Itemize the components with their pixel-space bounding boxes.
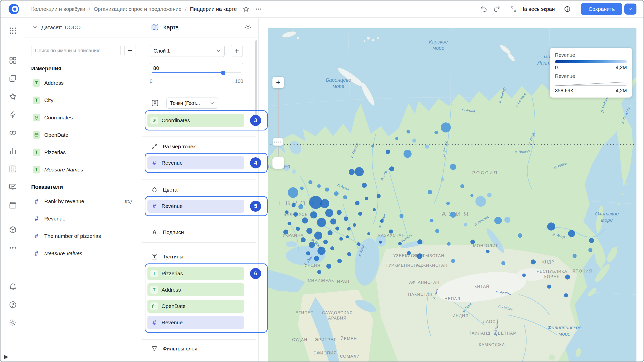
rail-services-icon[interactable] (7, 224, 18, 235)
map-bubble[interactable] (288, 187, 298, 198)
map-bubble[interactable] (487, 193, 492, 197)
map-bubble[interactable] (288, 222, 291, 225)
more-actions-icon[interactable] (255, 5, 262, 13)
map-bubble[interactable] (425, 145, 429, 149)
map-bubble[interactable] (380, 219, 384, 223)
map-bubble[interactable] (470, 194, 473, 197)
rail-charts-icon[interactable] (7, 145, 18, 156)
layer-select[interactable]: Слой 1 (150, 45, 225, 57)
map-bubble[interactable] (317, 184, 321, 188)
map-bubble[interactable] (300, 187, 304, 190)
map-bubble[interactable] (389, 230, 393, 234)
map-bubble[interactable] (293, 212, 298, 217)
map-bubble[interactable] (386, 150, 390, 154)
rail-notifications-icon[interactable] (7, 281, 18, 292)
rail-collections-icon[interactable] (7, 55, 18, 66)
add-field-button[interactable] (124, 45, 136, 56)
map-bubble[interactable] (430, 219, 433, 222)
rail-apps-menu-icon[interactable] (7, 25, 18, 36)
zoom-slider[interactable] (278, 89, 279, 156)
dataset-field-city[interactable]: TCity (31, 92, 136, 108)
map-bubble[interactable] (407, 130, 410, 133)
save-dropdown-button[interactable] (624, 4, 636, 15)
map-bubble[interactable] (565, 275, 570, 280)
map-bubble[interactable] (435, 229, 439, 233)
map-bubble[interactable] (306, 228, 312, 234)
redo-icon[interactable] (493, 5, 501, 13)
map-bubble[interactable] (296, 227, 300, 231)
map-bubble[interactable] (328, 230, 333, 235)
config-scrollbar[interactable] (255, 40, 257, 123)
map-bubble[interactable] (285, 210, 289, 214)
dataset-field-pizzerias[interactable]: TPizzerias (31, 144, 136, 160)
map-bubble[interactable] (373, 208, 376, 211)
map-bubble[interactable] (441, 177, 444, 181)
map-bubble[interactable] (317, 218, 326, 227)
map-bubble[interactable] (353, 223, 356, 227)
map-bubble[interactable] (428, 190, 432, 194)
map-bubble[interactable] (486, 250, 490, 253)
map-bubble[interactable] (451, 259, 455, 263)
breadcrumb-item[interactable]: Организации: спрос и предложение (94, 6, 181, 12)
map-bubble[interactable] (355, 201, 359, 205)
map-bubble[interactable] (308, 180, 312, 184)
map-bubble[interactable] (398, 242, 402, 245)
rail-workbooks-icon[interactable] (7, 73, 18, 84)
zoom-out-button[interactable]: − (272, 157, 284, 169)
map-bubble[interactable] (310, 211, 317, 218)
map-bubble[interactable] (573, 254, 577, 258)
rail-dashboards-icon[interactable] (7, 163, 18, 174)
map-bubble[interactable] (349, 169, 355, 175)
ruler-tool-button[interactable] (273, 138, 283, 146)
dataset-field-opendate[interactable]: OpenDate (31, 127, 136, 143)
map-bubble[interactable] (464, 223, 467, 227)
map-bubble[interactable] (460, 184, 464, 188)
map-bubble[interactable] (475, 196, 486, 207)
map-bubble[interactable] (588, 248, 592, 252)
dataset-header[interactable]: Датасет: DODO (25, 18, 142, 37)
field-search-input[interactable] (31, 45, 121, 56)
map-canvas[interactable]: Карское мореБаренцево мореморе ЛаптевыхО… (268, 28, 636, 362)
geo-type-select[interactable]: Точки (Геот... (166, 98, 218, 109)
add-layer-button[interactable] (231, 45, 243, 57)
dataset-field-revenue[interactable]: #Revenue (31, 211, 136, 227)
slider-handle[interactable] (221, 71, 225, 75)
map-bubble[interactable] (441, 122, 451, 132)
rail-storage-icon[interactable] (7, 200, 18, 211)
layer-filters-section[interactable]: Фильтры слоя (151, 343, 197, 355)
map-bubble[interactable] (518, 233, 522, 238)
map-bubble[interactable] (320, 199, 329, 208)
rail-datasets-icon[interactable] (7, 127, 18, 138)
map-bubble[interactable] (298, 204, 303, 209)
map-bubble[interactable] (314, 256, 319, 261)
map-bubble[interactable] (450, 212, 456, 218)
colors-field-chip[interactable]: # Revenue (147, 200, 244, 213)
map-bubble[interactable] (434, 131, 438, 134)
map-bubble[interactable] (446, 202, 450, 205)
map-bubble[interactable] (355, 167, 364, 176)
tooltip-field-address[interactable]: TAddress (147, 283, 244, 296)
map-bubble[interactable] (330, 246, 334, 250)
dataset-field-the-number-of-pizzerias[interactable]: #The number of pizzerias (31, 228, 136, 244)
map-bubble[interactable] (412, 139, 416, 143)
rail-settings-icon[interactable] (7, 317, 18, 328)
map-bubble[interactable] (343, 195, 347, 199)
map-bubble[interactable] (362, 183, 367, 188)
map-bubble[interactable] (389, 166, 394, 171)
map-bubble[interactable] (547, 222, 555, 231)
favorite-star-icon[interactable] (242, 5, 250, 13)
map-bubble[interactable] (346, 235, 349, 238)
datalens-logo[interactable] (8, 3, 20, 15)
map-bubble[interactable] (344, 216, 348, 221)
opacity-slider[interactable]: 80 (150, 63, 243, 75)
dataset-name-link[interactable]: DODO (65, 24, 80, 30)
map-bubble[interactable] (547, 285, 551, 289)
map-bubble[interactable] (399, 214, 404, 218)
map-bubble[interactable] (283, 230, 288, 235)
fullscreen-button[interactable]: На весь экран (510, 5, 555, 13)
info-icon[interactable] (564, 5, 571, 13)
map-bubble[interactable] (302, 217, 308, 223)
map-bubble[interactable] (325, 188, 329, 192)
map-bubble[interactable] (470, 240, 475, 244)
map-bubble[interactable] (404, 150, 412, 158)
